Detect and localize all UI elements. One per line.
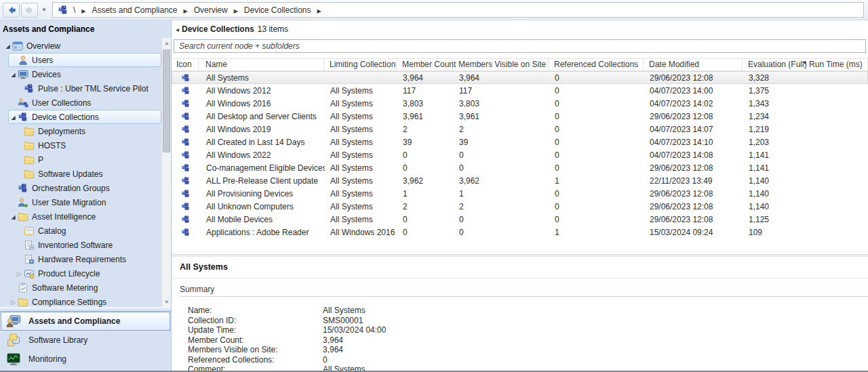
folder-icon xyxy=(24,126,35,137)
sidebar-item-product-lifecycle[interactable]: Product Lifecycle xyxy=(14,266,161,281)
sidebar-item-hosts[interactable]: HOSTS xyxy=(14,138,161,152)
forward-button[interactable] xyxy=(21,3,38,18)
sidebar-item-asset-intelligence[interactable]: Asset Intelligence xyxy=(8,209,161,224)
sidebar-item-software-updates[interactable]: Software Updates xyxy=(14,167,161,181)
results-title: Device Collections xyxy=(182,24,254,34)
sidebar-item-catalog[interactable]: Catalog xyxy=(14,224,161,238)
expander-expanded-icon[interactable] xyxy=(3,39,12,54)
cell-name: All Windows 2012 xyxy=(199,86,325,96)
workspace-button-software-library[interactable]: Software Library xyxy=(1,331,170,350)
sidebar-item-overview[interactable]: Overview xyxy=(3,39,161,53)
configmgr-console: ▼ \ ▶Assets and Compliance▶Overview▶Devi… xyxy=(0,0,868,372)
table-row-applications-adobe-reader[interactable]: Applications : Adobe ReaderAll Windows 2… xyxy=(172,226,868,239)
cell-date_modified: 29/06/2023 12:08 xyxy=(644,73,743,83)
table-row-all-unknown-computers[interactable]: All Unknown ComputersAll Systems22029/06… xyxy=(172,200,868,213)
column-header-name[interactable]: Name xyxy=(199,59,324,70)
cell-members_visible_on_site: 0 xyxy=(454,215,549,224)
cell-limiting_collection: All Systems xyxy=(325,202,397,211)
sidebar-item-users[interactable]: Users xyxy=(8,53,161,67)
cell-evaluation_run_time_ms: 1,203 xyxy=(743,138,868,147)
column-header-members-visible-on-site[interactable]: Members Visible on Site xyxy=(453,59,549,70)
breadcrumb-item-overview[interactable]: Overview xyxy=(194,5,228,15)
column-header-referenced-collections[interactable]: Referenced Collections xyxy=(549,59,644,70)
breadcrumb-arrow-icon[interactable]: ▶ xyxy=(81,8,85,14)
table-row-all-windows-2022[interactable]: All Windows 2022All Systems00004/07/2023… xyxy=(172,148,868,161)
cell-member_count: 0 xyxy=(397,150,454,160)
cell-members_visible_on_site: 0 xyxy=(454,163,549,173)
sidebar-item-software-metering[interactable]: Software Metering xyxy=(8,281,161,295)
table-row-all-pre-release-client-update[interactable]: ALL Pre-Release Client updateAll Systems… xyxy=(172,174,868,187)
expander-collapsed-icon[interactable] xyxy=(15,266,24,281)
console-body: Assets and Compliance OverviewUsersDevic… xyxy=(0,20,868,371)
results-pane: ◂ Device Collections 13 items IconNameLi… xyxy=(172,20,868,371)
triangle-down-icon xyxy=(165,301,169,304)
recent-locations-dropdown[interactable]: ▼ xyxy=(41,7,47,13)
sidebar-item-user-state-migration[interactable]: User State Migration xyxy=(8,195,161,209)
inventoried-software-icon xyxy=(24,240,35,251)
cell-member_count: 0 xyxy=(397,215,454,224)
tree-scrollbar[interactable] xyxy=(161,38,171,307)
cell-referenced_collections: 1 xyxy=(549,228,644,237)
table-row-all-windows-2016[interactable]: All Windows 2016All Systems3,8033,803004… xyxy=(172,97,868,110)
collection-icon xyxy=(24,83,35,94)
sidebar-item-deployments[interactable]: Deployments xyxy=(14,124,161,138)
table-row-all-windows-2012[interactable]: All Windows 2012All Systems117117004/07/… xyxy=(172,84,868,97)
table-row-all-windows-2019[interactable]: All Windows 2019All Systems22004/07/2023… xyxy=(172,123,868,136)
breadcrumb-arrow-icon[interactable]: ▶ xyxy=(234,8,238,14)
workspace-button-assets-and-compliance[interactable]: Assets and Compliance xyxy=(1,312,170,331)
table-row-all-mobile-devices[interactable]: All Mobile DevicesAll Systems00029/06/20… xyxy=(172,213,868,226)
collection-icon xyxy=(172,99,199,108)
scroll-up-button[interactable] xyxy=(162,38,171,48)
table-row-all-created-in-last-14-days[interactable]: All Created in Last 14 DaysAll Systems39… xyxy=(172,136,868,148)
column-header-member-count[interactable]: Member Count xyxy=(397,59,453,70)
summary-field-member-count: Member Count:3,964 xyxy=(172,335,868,346)
sidebar-item-label: Overview xyxy=(26,41,60,51)
table-row-all-provisioning-devices[interactable]: All Provisioning DevicesAll Systems11029… xyxy=(172,187,868,200)
sidebar-item-inventoried-software[interactable]: Inventoried Software xyxy=(14,238,161,252)
expander-expanded-icon[interactable] xyxy=(9,110,18,125)
sidebar-item-user-collections[interactable]: User Collections xyxy=(8,96,161,110)
cell-limiting_collection: All Systems xyxy=(325,138,397,147)
workspace-button-monitoring[interactable]: Monitoring xyxy=(1,350,170,369)
sidebar-item-compliance-settings[interactable]: Compliance Settings xyxy=(8,295,161,307)
collapse-pane-button[interactable]: ◂ xyxy=(173,26,182,33)
table-empty-space xyxy=(172,239,868,254)
expander-expanded-icon[interactable] xyxy=(9,67,18,82)
catalog-icon xyxy=(24,226,35,236)
breadcrumb-item-device-collections[interactable]: Device Collections xyxy=(244,5,311,15)
tree-nav-splitter[interactable] xyxy=(0,307,171,312)
scrollbar-thumb[interactable] xyxy=(163,49,170,152)
sidebar-item-devices[interactable]: Devices xyxy=(8,67,161,81)
back-button[interactable] xyxy=(3,3,20,18)
column-header-icon[interactable]: Icon xyxy=(172,59,199,70)
expander-expanded-icon[interactable] xyxy=(9,209,18,224)
users-icon xyxy=(18,55,29,66)
expander-collapsed-icon[interactable] xyxy=(9,295,18,308)
sidebar-item-p[interactable]: P xyxy=(14,152,161,167)
collection-icon xyxy=(172,189,199,199)
table-row-all-systems[interactable]: All Systems3,9643,964029/06/2023 12:083,… xyxy=(172,71,868,84)
table-row-co-management-eligible-devices[interactable]: Co-management Eligible DevicesAll System… xyxy=(172,161,868,174)
sidebar-item-label: Software Metering xyxy=(32,283,98,293)
column-header-limiting-collection[interactable]: Limiting Collection xyxy=(324,59,397,70)
breadcrumb-arrow-icon[interactable]: ▶ xyxy=(184,8,188,14)
table-row-all-desktop-and-server-clients[interactable]: All Desktop and Server ClientsAll System… xyxy=(172,110,868,123)
summary-field-referenced-collections: Referenced Collections:0 xyxy=(172,355,868,365)
back-arrow-icon xyxy=(7,5,16,15)
column-header-date-modified[interactable]: Date Modified xyxy=(644,59,743,70)
cell-name: Co-management Eligible Devices xyxy=(199,163,325,173)
folder-icon xyxy=(18,211,29,222)
overview-icon xyxy=(12,41,24,51)
sidebar-item-pulse-uber-tml-service-pilot[interactable]: Pulse : Uber TML Service Pilot xyxy=(14,81,161,96)
cell-limiting_collection: All Systems xyxy=(325,125,397,134)
summary-field-label: Name: xyxy=(172,306,323,316)
breadcrumb-arrow-icon[interactable]: ▶ xyxy=(317,8,321,14)
sidebar-item-hardware-requirements[interactable]: Hardware Requirements xyxy=(14,252,161,266)
cell-member_count: 2 xyxy=(397,202,454,211)
sidebar-item-device-collections[interactable]: Device Collections xyxy=(8,110,161,124)
breadcrumb-item-assets-and-compliance[interactable]: Assets and Compliance xyxy=(92,5,177,15)
search-input[interactable] xyxy=(174,39,866,53)
sidebar-item-orchestration-groups[interactable]: Orchestration Groups xyxy=(8,181,161,195)
scroll-down-button[interactable] xyxy=(162,297,171,307)
column-header-evaluation-full-run-time-ms[interactable]: Evaluation (Full) Run Time (ms)▼ xyxy=(743,59,868,70)
